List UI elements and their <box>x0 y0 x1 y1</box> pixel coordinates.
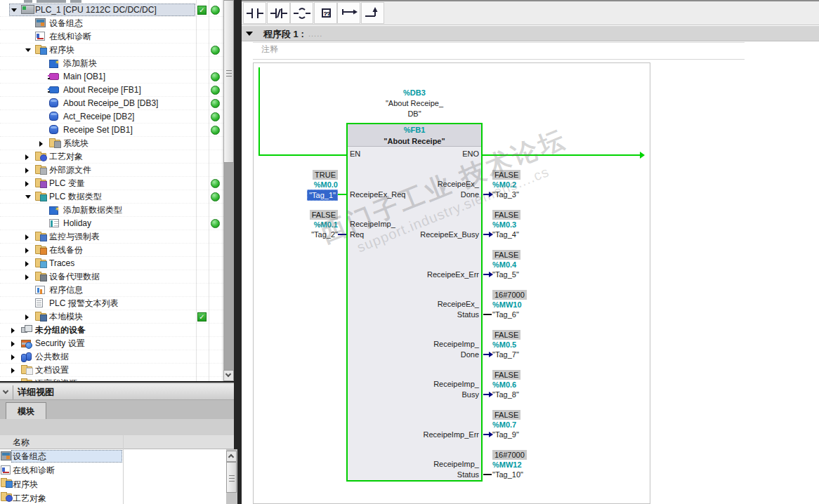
operand-tag[interactable]: "Tag_9" <box>492 430 563 439</box>
operand-tag[interactable]: "Tag_7" <box>492 350 563 359</box>
eno-pin[interactable]: ENO <box>394 150 479 158</box>
tree-item-holiday[interactable]: Holiday <box>0 217 223 230</box>
collapse-chevron-icon[interactable] <box>3 388 8 394</box>
tree-item-监控与强制表[interactable]: 监控与强制表 <box>0 230 223 244</box>
tree-scroll-down-button[interactable] <box>223 370 234 381</box>
pin-receipeimp-err[interactable]: ReceipeImp_Err <box>394 430 479 440</box>
close-branch-button[interactable] <box>361 2 384 24</box>
network-collapse-triangle-icon[interactable] <box>246 32 253 36</box>
selected-tag[interactable]: "Tag_1" <box>307 190 338 201</box>
tree-item-设备组态[interactable]: 设备组态 <box>0 17 223 30</box>
tree-item-本地模块[interactable]: 本地模块✓ <box>0 310 223 324</box>
expander-right-icon[interactable] <box>25 314 29 320</box>
expander-right-icon[interactable] <box>25 234 29 240</box>
detail-row-设备组态[interactable]: 设备组态 <box>0 449 225 463</box>
tree-scrollbar[interactable] <box>223 0 234 381</box>
tree-item-about-receipe-fb1[interactable]: About Receipe [FB1] <box>0 84 223 97</box>
tree-item-security-设置[interactable]: Security 设置 <box>0 337 223 350</box>
operand-tag[interactable]: "Tag_3" <box>492 190 563 199</box>
expander-right-icon[interactable] <box>25 168 29 173</box>
operand-tag[interactable]: "Tag_5" <box>492 270 563 279</box>
tree-item-act-receipe-db2[interactable]: Act_Receipe [DB2] <box>0 110 223 124</box>
pin-receipeex-done[interactable]: ReceipeEx_Done <box>394 179 479 200</box>
tree-item-未分组的设备[interactable]: 未分组的设备 <box>0 324 223 337</box>
empty-box-button[interactable]: ?? <box>314 2 337 24</box>
detail-scrollbar[interactable] <box>226 449 237 504</box>
pin-receipeimp-busy[interactable]: ReceipeImp_Busy <box>394 379 479 400</box>
network-title: 程序段 1 : <box>263 28 304 41</box>
expander-right-icon[interactable] <box>25 248 29 253</box>
db-icon <box>49 98 58 107</box>
expander-right-icon[interactable] <box>25 154 29 160</box>
operand-tag[interactable]: "Tag_10" <box>492 470 563 479</box>
network-canvas[interactable]: %DB3 "About Receipe_ DB" %FB1 "About Rec… <box>253 62 650 504</box>
pin-receipeimp-status[interactable]: ReceipeImp_Status <box>394 459 479 480</box>
tree-item-plc-变量[interactable]: PLC 变量 <box>0 177 223 190</box>
expander-right-icon[interactable] <box>11 354 15 360</box>
diag-icon <box>1 465 11 475</box>
tab-modules[interactable]: 模块 <box>6 402 46 419</box>
tree-item-工艺对象[interactable]: 工艺对象 <box>0 150 223 164</box>
expander-down-icon[interactable] <box>25 195 31 199</box>
tree-item-plc-数据类型[interactable]: PLC 数据类型 <box>0 190 223 204</box>
operand-tag[interactable]: "Tag_1" <box>268 190 338 199</box>
tree-item-程序信息[interactable]: 程序信息 <box>0 284 223 297</box>
operand-tag[interactable]: "Tag_4" <box>492 230 563 239</box>
folder-sys-icon <box>49 140 60 147</box>
tree-scrollbar-thumb[interactable] <box>223 0 234 163</box>
pin-receipeimp-req[interactable]: ReceipeImp_Req <box>350 219 395 240</box>
detail-scrollbar-thumb[interactable] <box>226 462 237 493</box>
tree-item-文档设置[interactable]: 文档设置 <box>0 364 223 377</box>
panel-splitter[interactable] <box>234 0 242 504</box>
name-column-header[interactable]: 名称 <box>0 435 234 449</box>
expander-down-icon[interactable] <box>11 8 17 12</box>
online-status-ok-icon <box>211 219 220 228</box>
network-comment-placeholder[interactable]: 注释 <box>261 44 278 55</box>
cpu-icon <box>21 5 34 14</box>
expander-right-icon[interactable] <box>25 274 29 280</box>
tree-item-在线和诊断[interactable]: 在线和诊断 <box>0 30 223 44</box>
operand-tag[interactable]: "Tag_2" <box>268 230 338 239</box>
tree-item-公共数据[interactable]: 公共数据 <box>0 350 223 364</box>
tree-item-receipe-set-db1[interactable]: Receipe Set [DB1] <box>0 124 223 137</box>
expander-right-icon[interactable] <box>25 261 29 267</box>
instance-db-label[interactable]: %DB3 "About Receipe_ DB" <box>346 88 483 119</box>
nc-contact-button[interactable] <box>267 2 290 24</box>
pin-receipeex-err[interactable]: ReceipeEx_Err <box>394 270 479 280</box>
operand-value: FALSE <box>492 410 563 420</box>
tree-item-添加新块[interactable]: 添加新块 <box>0 57 223 70</box>
tree-item-main-ob1[interactable]: Main [OB1] <box>0 70 223 84</box>
expander-right-icon[interactable] <box>11 341 15 347</box>
tree-item-traces[interactable]: Traces <box>0 257 223 270</box>
open-branch-button[interactable] <box>337 2 360 24</box>
en-pin[interactable]: EN <box>350 150 360 158</box>
detail-scroll-up-button[interactable] <box>226 451 237 462</box>
no-contact-button[interactable] <box>243 2 266 24</box>
tree-item-plc-报警文本列表[interactable]: PLC 报警文本列表 <box>0 297 223 310</box>
detail-view-header[interactable]: 详细视图 <box>0 384 234 400</box>
tree-item-添加新数据类型[interactable]: 添加新数据类型 <box>0 204 223 217</box>
expander-right-icon[interactable] <box>25 181 29 187</box>
pin-receipeex-busy[interactable]: ReceipeEx_Busy <box>394 230 479 240</box>
tree-item-程序块[interactable]: 程序块 <box>0 44 223 57</box>
expander-right-icon[interactable] <box>11 368 15 373</box>
tree-item-系统块[interactable]: 系统块 <box>0 137 223 150</box>
tree-item-设备代理数据[interactable]: 设备代理数据 <box>0 270 223 284</box>
operand-tag[interactable]: "Tag_6" <box>492 310 563 319</box>
tree-item-label: Act_Receipe [DB2] <box>63 110 134 124</box>
detail-row-在线和诊断[interactable]: 在线和诊断 <box>0 463 225 477</box>
operand-tag[interactable]: "Tag_8" <box>492 390 563 399</box>
detail-row-工艺对象[interactable]: 工艺对象 <box>0 491 225 504</box>
expander-right-icon[interactable] <box>39 141 43 147</box>
expander-right-icon[interactable] <box>11 328 15 333</box>
tree-item-在线备份[interactable]: 在线备份 <box>0 244 223 257</box>
tree-item-about-receipe-db-db3[interactable]: About Receipe_DB [DB3] <box>0 97 223 110</box>
detail-row-程序块[interactable]: 程序块 <box>0 477 225 491</box>
pin-receipeex-status[interactable]: ReceipeEx_Status <box>394 299 479 320</box>
network-title-bar[interactable]: 程序段 1 : ..... <box>242 26 819 41</box>
tree-item-外部源文件[interactable]: 外部源文件 <box>0 164 223 177</box>
expander-down-icon[interactable] <box>25 48 31 52</box>
tree-item-plc-1-cpu-1212c-dc-dc-dc[interactable]: PLC_1 [CPU 1212C DC/DC/DC]✓ <box>0 4 223 17</box>
pin-receipeimp-done[interactable]: ReceipeImp_Done <box>394 339 479 360</box>
coil-button[interactable] <box>290 2 313 24</box>
